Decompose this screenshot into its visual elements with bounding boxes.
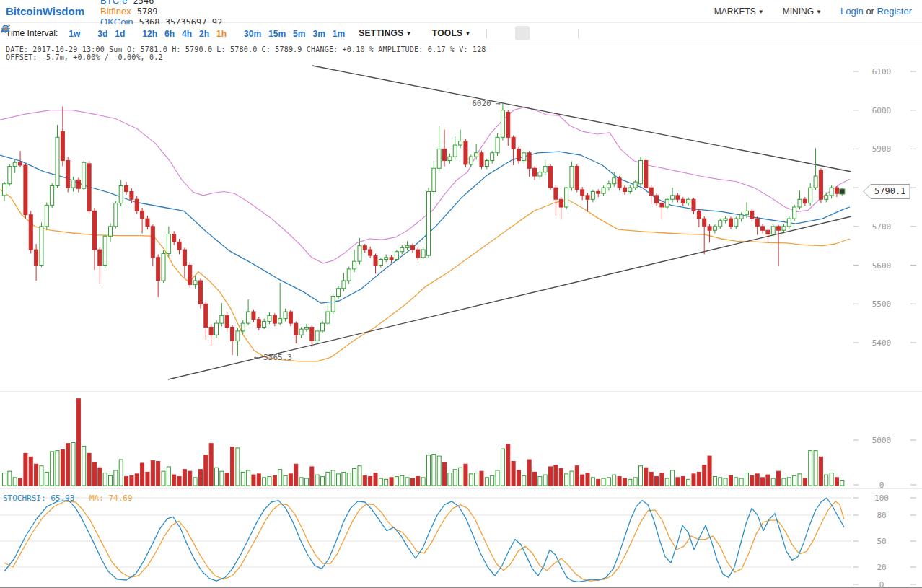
interval-1w[interactable]: 1w — [69, 29, 80, 39]
header-right: MARKETS▼ MINING▼ Login or Register — [695, 6, 922, 17]
interval-15m[interactable]: 15m — [268, 29, 286, 39]
offset-info-line: OFFSET: -5.7m, +0.00% / -0.00%, 0.2 — [6, 53, 163, 61]
chevron-down-icon: ▼ — [758, 9, 764, 15]
stochrsi-value: STOCHRSI: 65.93 — [3, 493, 74, 503]
interval-30m[interactable]: 30m — [244, 29, 261, 39]
svg-text:20: 20 — [877, 563, 886, 572]
divider — [578, 29, 579, 38]
stochrsi-labels: STOCHRSI: 65.93 MA: 74.69 — [3, 493, 133, 503]
header-bar: BitcoinWisdom Bitstamp5831.63BTC-e2546Bi… — [0, 0, 922, 23]
interval-list: 1w3d1d12h6h4h2h1h30m15m5m3m1m — [65, 27, 348, 40]
pane-grid — [0, 392, 922, 587]
markets-menu[interactable]: MARKETS▼ — [714, 6, 764, 17]
bitcoinwisdom-logo[interactable]: BitcoinWisdom — [6, 5, 84, 17]
interval-1d[interactable]: 1d — [115, 29, 125, 39]
svg-text:6020 →: 6020 → — [472, 99, 501, 108]
svg-text:5000: 5000 — [872, 436, 892, 445]
ticker-price: 2546 — [133, 0, 154, 6]
login-link[interactable]: Login — [840, 6, 864, 17]
interval-4h[interactable]: 4h — [182, 29, 192, 39]
svg-text:5400: 5400 — [872, 338, 892, 348]
chevron-down-icon: ▼ — [465, 30, 470, 37]
or-label: or — [866, 6, 877, 17]
svg-text:0: 0 — [879, 580, 884, 588]
svg-text:5790.1: 5790.1 — [874, 186, 905, 196]
settings-menu[interactable]: SETTINGS▼ — [359, 28, 412, 38]
svg-text:5600: 5600 — [872, 261, 892, 271]
ticker-name[interactable]: Bitfinex — [100, 6, 131, 17]
interval-6h[interactable]: 6h — [164, 29, 175, 39]
svg-text:50: 50 — [877, 537, 886, 546]
svg-text:6100: 6100 — [872, 67, 892, 76]
interval-5m[interactable]: 5m — [293, 29, 305, 39]
ticker-price: 5789 — [137, 6, 158, 17]
tools-menu[interactable]: TOOLS▼ — [432, 28, 471, 38]
price-chart[interactable]: 6100600059005800570056005500540050000100… — [0, 0, 922, 588]
volume-bars — [3, 399, 844, 486]
svg-text:5900: 5900 — [872, 144, 892, 154]
price-axis: 6100600059005800570056005500540050000 — [853, 67, 916, 490]
ma-lines — [0, 107, 850, 361]
time-interval-label: Time Interval: — [6, 28, 58, 38]
chevron-down-icon: ▼ — [816, 9, 822, 15]
svg-text:5500: 5500 — [872, 299, 892, 309]
alert-bell-icon[interactable] — [587, 26, 601, 40]
interval-12h[interactable]: 12h — [142, 29, 157, 39]
chevron-down-icon: ▼ — [406, 30, 412, 37]
last-price-marker — [840, 189, 845, 194]
svg-text:← 5365.3: ← 5365.3 — [254, 353, 292, 362]
horizontal-lines-icon[interactable] — [535, 26, 550, 40]
stochrsi-grid: 1008050200 — [0, 493, 916, 588]
interval-2h[interactable]: 2h — [199, 29, 209, 39]
interval-3d[interactable]: 3d — [97, 29, 107, 39]
ohlc-info-line: DATE: 2017-10-29 13:00 Sun O: 5781.0 H: … — [6, 45, 486, 53]
bitcoinwisdom-app: 6100600059005800570056005500540050000100… — [0, 0, 922, 588]
plus-icon[interactable] — [495, 26, 509, 40]
toolbar: Time Interval: 1w3d1d12h6h4h2h1h30m15m5m… — [0, 24, 922, 43]
ticker-name[interactable]: BTC-e — [100, 0, 128, 6]
svg-text:5700: 5700 — [872, 222, 892, 232]
ticker-btc-e: BTC-e2546 — [100, 0, 222, 6]
current-price-tag: 5790.1 — [864, 184, 910, 198]
stochrsi-ma-value: MA: 74.69 — [89, 493, 133, 503]
trendline-icon[interactable] — [515, 26, 530, 40]
register-link[interactable]: Register — [877, 6, 912, 17]
auth-links: Login or Register — [840, 6, 912, 17]
svg-text:6000: 6000 — [872, 106, 892, 115]
ticker-bitfinex: Bitfinex5789 — [100, 6, 222, 17]
stochrsi-lines — [4, 498, 844, 582]
divider — [486, 29, 487, 38]
svg-text:100: 100 — [874, 493, 889, 503]
svg-text:80: 80 — [877, 511, 886, 520]
interval-1m[interactable]: 1m — [333, 29, 345, 39]
svg-text:0: 0 — [879, 481, 884, 490]
interval-3m[interactable]: 3m — [312, 29, 325, 39]
interval-1h[interactable]: 1h — [216, 29, 227, 39]
mining-menu[interactable]: MINING▼ — [783, 6, 822, 17]
fan-lines-icon[interactable] — [556, 26, 570, 40]
